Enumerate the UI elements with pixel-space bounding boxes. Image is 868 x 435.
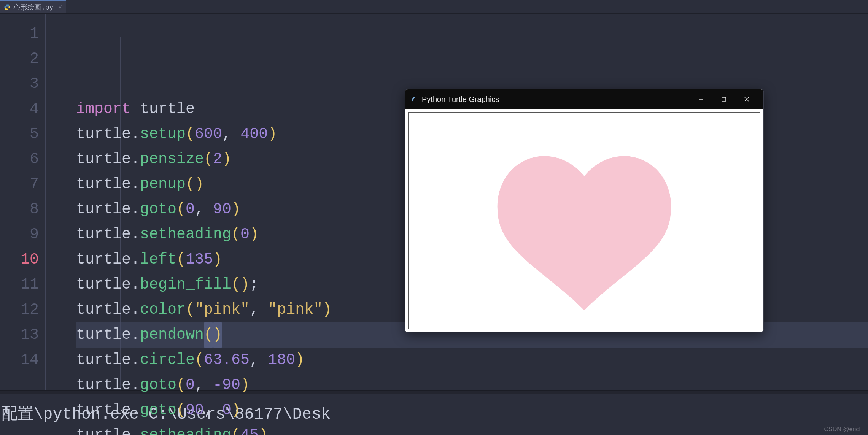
line-number: 13	[0, 322, 39, 348]
heart-shape	[498, 157, 671, 310]
turtle-window-titlebar[interactable]: Python Turtle Graphics	[405, 89, 763, 109]
line-number: 8	[0, 197, 39, 222]
line-number: 10	[0, 247, 39, 272]
turtle-canvas	[408, 112, 760, 329]
turtle-window-title: Python Turtle Graphics	[422, 95, 499, 104]
minimize-button[interactable]	[690, 89, 712, 109]
line-number: 12	[0, 297, 39, 322]
editor-tab-bar: 心形绘画.py ×	[0, 0, 868, 14]
turtle-app-icon	[410, 95, 418, 103]
line-number: 9	[0, 222, 39, 247]
line-number: 6	[0, 147, 39, 172]
line-number: 2	[0, 46, 39, 71]
line-number: 14	[0, 348, 39, 373]
svg-rect-3	[722, 97, 726, 101]
line-number: 4	[0, 97, 39, 122]
watermark: CSDN @ericf~	[824, 426, 864, 433]
svg-point-1	[8, 9, 8, 10]
file-tab[interactable]: 心形绘画.py ×	[0, 0, 66, 13]
tab-close-icon[interactable]: ×	[56, 3, 62, 11]
close-button[interactable]	[735, 89, 758, 109]
line-number-gutter: 1234567891011121314	[0, 14, 46, 390]
maximize-button[interactable]	[712, 89, 735, 109]
code-line[interactable]: turtle.setheading(45)	[76, 423, 868, 435]
turtle-graphics-window[interactable]: Python Turtle Graphics	[405, 89, 764, 332]
code-line[interactable]: turtle.goto(0, -90)	[76, 373, 868, 398]
code-line[interactable]: turtle.circle(63.65, 180)	[76, 348, 868, 373]
line-number: 1	[0, 21, 39, 46]
svg-point-0	[6, 5, 6, 5]
tab-filename: 心形绘画.py	[14, 3, 53, 12]
python-file-icon	[4, 4, 11, 11]
line-number: 11	[0, 272, 39, 297]
line-number: 5	[0, 122, 39, 147]
code-line[interactable]: turtle.goto(90, 0)	[76, 398, 868, 423]
line-number: 7	[0, 172, 39, 197]
line-number: 3	[0, 71, 39, 97]
